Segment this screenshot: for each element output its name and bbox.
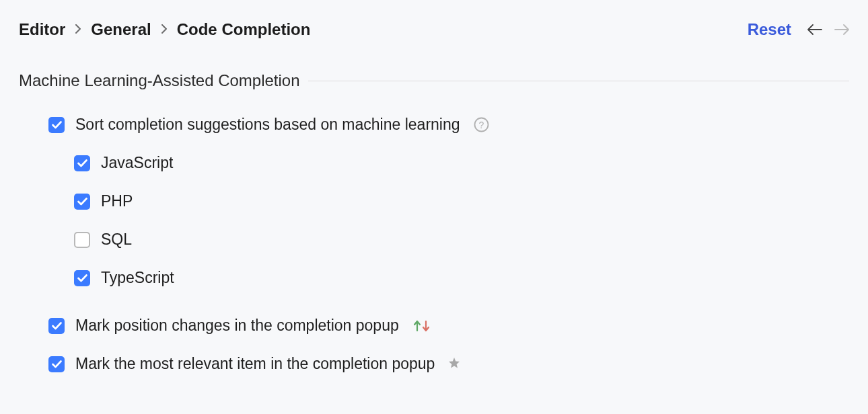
breadcrumb-item-editor[interactable]: Editor <box>19 20 65 39</box>
chevron-right-icon <box>75 23 81 37</box>
option-mark-position: Mark position changes in the completion … <box>19 317 849 335</box>
nav-arrows <box>807 22 849 37</box>
checkbox-mark-relevant[interactable] <box>48 356 65 372</box>
breadcrumb-item-current: Code Completion <box>177 20 311 39</box>
checkbox-typescript[interactable] <box>74 270 90 286</box>
section-header: Machine Learning-Assisted Completion <box>19 71 849 90</box>
label-mark-position[interactable]: Mark position changes in the completion … <box>75 317 399 335</box>
reset-button[interactable]: Reset <box>748 20 791 39</box>
label-typescript[interactable]: TypeScript <box>101 269 174 287</box>
svg-text:?: ? <box>478 120 484 130</box>
option-language-typescript: TypeScript <box>19 269 849 287</box>
section-divider <box>308 81 849 81</box>
breadcrumb-item-general[interactable]: General <box>91 20 151 39</box>
option-mark-relevant: Mark the most relevant item in the compl… <box>19 355 849 373</box>
option-language-javascript: JavaScript <box>19 154 849 172</box>
header-actions: Reset <box>748 20 849 39</box>
checkbox-sql[interactable] <box>74 232 90 248</box>
option-language-php: PHP <box>19 192 849 210</box>
label-sql[interactable]: SQL <box>101 231 132 249</box>
back-arrow-icon[interactable] <box>807 22 822 37</box>
checkbox-php[interactable] <box>74 194 90 210</box>
help-icon[interactable]: ? <box>474 117 489 132</box>
checkbox-mark-position[interactable] <box>48 318 65 334</box>
label-javascript[interactable]: JavaScript <box>101 154 173 172</box>
label-mark-relevant[interactable]: Mark the most relevant item in the compl… <box>75 355 435 373</box>
label-sort-suggestions[interactable]: Sort completion suggestions based on mac… <box>75 116 460 134</box>
option-sort-suggestions: Sort completion suggestions based on mac… <box>19 116 849 134</box>
section-title: Machine Learning-Assisted Completion <box>19 71 300 90</box>
position-arrows-icon <box>412 319 431 333</box>
chevron-right-icon <box>161 23 168 37</box>
settings-header: Editor General Code Completion Reset <box>19 20 849 39</box>
checkbox-sort-suggestions[interactable] <box>48 117 65 133</box>
forward-arrow-icon[interactable] <box>834 22 849 37</box>
option-language-sql: SQL <box>19 231 849 249</box>
checkbox-javascript[interactable] <box>74 155 90 171</box>
label-php[interactable]: PHP <box>101 192 133 210</box>
star-icon <box>448 357 460 372</box>
breadcrumb: Editor General Code Completion <box>19 20 310 39</box>
